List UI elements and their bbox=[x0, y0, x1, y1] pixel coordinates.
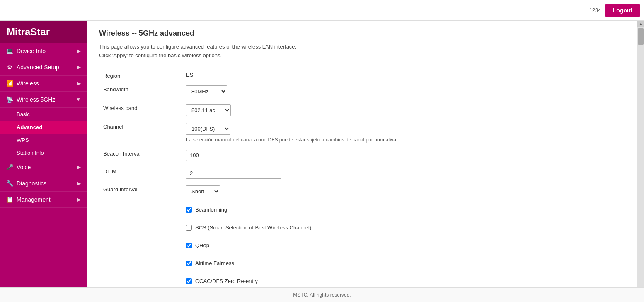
channel-label: Channel bbox=[99, 119, 182, 147]
page-title: Wireless -- 5GHz advanced bbox=[99, 29, 625, 38]
airtime-fairness-label: Airtime Fairness bbox=[195, 260, 234, 266]
management-icon: 📋 bbox=[6, 196, 13, 203]
chevron-right-icon: ▶ bbox=[77, 197, 81, 202]
advanced-setup-icon: ⚙ bbox=[6, 63, 13, 71]
footer-text: MSTC. All rights reserved. bbox=[0, 287, 644, 302]
channel-select[interactable]: 100(DFS) Auto 36 40 44 48 104(DFS) 108(D… bbox=[186, 123, 230, 135]
region-value: ES bbox=[182, 68, 625, 82]
sidebar-subitem-advanced[interactable]: Advanced bbox=[0, 121, 87, 134]
bandwidth-label: Bandwidth bbox=[99, 82, 182, 101]
ocac-checkbox-row: OCAC/DFS Zero Re-entry bbox=[186, 275, 621, 287]
logo: MitraStar bbox=[0, 21, 87, 43]
guard-interval-label: Guard Interval bbox=[99, 182, 182, 201]
beamforming-row: Beamforming bbox=[99, 201, 625, 219]
sidebar-item-label: Advanced Setup bbox=[17, 64, 59, 71]
beacon-interval-row: Beacon Interval bbox=[99, 146, 625, 164]
bandwidth-select[interactable]: 80MHz 20MHz 40MHz 160MHz bbox=[186, 85, 227, 97]
wireless-band-label: Wireless band bbox=[99, 101, 182, 119]
sidebar-item-device-info[interactable]: 💻 Device Info ▶ bbox=[0, 43, 87, 59]
sidebar-item-label: Diagnostics bbox=[17, 180, 46, 187]
sidebar: MitraStar 💻 Device Info ▶ ⚙ Advanced Set… bbox=[0, 21, 87, 302]
scs-row: SCS (Smart Selection of Best Wireless Ch… bbox=[99, 219, 625, 236]
sidebar-item-diagnostics[interactable]: 🔧 Diagnostics ▶ bbox=[0, 175, 87, 192]
chevron-right-icon: ▶ bbox=[77, 164, 81, 170]
channel-row: Channel 100(DFS) Auto 36 40 44 48 104(DF… bbox=[99, 119, 625, 147]
qhop-row: QHop bbox=[99, 236, 625, 254]
topbar: 1234 Logout bbox=[0, 0, 644, 21]
sidebar-subitem-basic[interactable]: Basic bbox=[0, 108, 87, 121]
wireless-icon: 📶 bbox=[6, 80, 13, 87]
sidebar-subitem-station-info[interactable]: Station Info bbox=[0, 146, 87, 159]
qhop-checkbox[interactable] bbox=[186, 243, 192, 248]
sidebar-item-label: Management bbox=[17, 196, 51, 203]
dtim-label: DTIM bbox=[99, 164, 182, 182]
chevron-right-icon: ▶ bbox=[77, 48, 81, 54]
beamforming-checkbox[interactable] bbox=[186, 207, 192, 213]
airtime-fairness-checkbox[interactable] bbox=[186, 261, 192, 266]
sidebar-item-wireless[interactable]: 📶 Wireless ▶ bbox=[0, 76, 87, 92]
guard-interval-select[interactable]: Short Long bbox=[186, 185, 220, 197]
region-row: Region ES bbox=[99, 68, 625, 82]
qhop-checkbox-row: QHop bbox=[186, 240, 621, 251]
beacon-interval-label: Beacon Interval bbox=[99, 146, 182, 164]
bandwidth-row: Bandwidth 80MHz 20MHz 40MHz 160MHz bbox=[99, 82, 625, 101]
scs-label: SCS (Smart Selection of Best Wireless Ch… bbox=[195, 224, 311, 231]
scs-checkbox[interactable] bbox=[186, 225, 192, 231]
page-description: This page allows you to configure advanc… bbox=[99, 43, 625, 60]
sidebar-item-label: Device Info bbox=[17, 48, 46, 54]
chevron-right-icon: ▶ bbox=[77, 64, 81, 70]
wireless-band-select[interactable]: 802.11 ac 802.11 a 802.11 n bbox=[186, 104, 231, 116]
sidebar-item-label: Wireless 5GHz bbox=[17, 96, 55, 103]
wireless-5ghz-icon: 📡 bbox=[6, 96, 13, 103]
scs-checkbox-row: SCS (Smart Selection of Best Wireless Ch… bbox=[186, 222, 621, 233]
airtime-fairness-checkbox-row: Airtime Fairness bbox=[186, 258, 621, 269]
ocac-label: OCAC/DFS Zero Re-entry bbox=[195, 278, 258, 284]
chevron-right-icon: ▶ bbox=[77, 180, 81, 186]
scrollbar-thumb[interactable] bbox=[638, 28, 644, 45]
qhop-label: QHop bbox=[195, 242, 209, 248]
channel-dfs-note: La selección manual del canal a uno DFS … bbox=[186, 136, 621, 144]
beamforming-checkbox-row: Beamforming bbox=[186, 204, 621, 215]
footer: MSTC. All rights reserved. bbox=[0, 287, 644, 302]
device-info-icon: 💻 bbox=[6, 47, 13, 55]
guard-interval-row: Guard Interval Short Long bbox=[99, 182, 625, 201]
scrollbar[interactable]: ▲ ▼ bbox=[637, 21, 644, 302]
voice-icon: 🎤 bbox=[6, 163, 13, 171]
chevron-down-icon: ▼ bbox=[76, 97, 81, 102]
beacon-interval-input[interactable] bbox=[186, 150, 281, 161]
scrollbar-up-button[interactable]: ▲ bbox=[637, 21, 644, 27]
sidebar-item-management[interactable]: 📋 Management ▶ bbox=[0, 192, 87, 208]
dtim-row: DTIM bbox=[99, 164, 625, 182]
sidebar-item-wireless-5ghz[interactable]: 📡 Wireless 5GHz ▼ bbox=[0, 92, 87, 108]
main-content: Wireless -- 5GHz advanced This page allo… bbox=[87, 21, 637, 302]
airtime-fairness-row: Airtime Fairness bbox=[99, 254, 625, 272]
sidebar-item-label: Voice bbox=[17, 164, 31, 170]
sidebar-item-voice[interactable]: 🎤 Voice ▶ bbox=[0, 159, 87, 175]
sidebar-subitem-wps[interactable]: WPS bbox=[0, 134, 87, 146]
sidebar-item-advanced-setup[interactable]: ⚙ Advanced Setup ▶ bbox=[0, 59, 87, 76]
region-label: Region bbox=[99, 68, 182, 82]
logout-button[interactable]: Logout bbox=[605, 4, 640, 17]
ocac-checkbox[interactable] bbox=[186, 278, 192, 284]
user-id: 1234 bbox=[589, 7, 601, 13]
chevron-right-icon: ▶ bbox=[77, 80, 81, 86]
diagnostics-icon: 🔧 bbox=[6, 180, 13, 187]
beamforming-label: Beamforming bbox=[195, 207, 227, 213]
dtim-input[interactable] bbox=[186, 168, 281, 179]
settings-form: Region ES Bandwidth 80MHz 20MHz 40MHz 16… bbox=[99, 68, 625, 302]
sidebar-item-label: Wireless bbox=[17, 80, 39, 87]
wireless-band-row: Wireless band 802.11 ac 802.11 a 802.11 … bbox=[99, 101, 625, 119]
